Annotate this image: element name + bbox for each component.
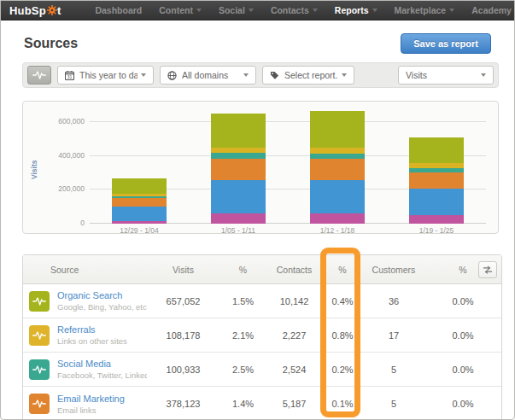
bars-container — [90, 110, 486, 224]
top-navigation-bar: HubSp t Dashboard Content Social Contact… — [1, 1, 514, 20]
chevron-down-icon — [141, 73, 146, 77]
visits-pct-value: 2.5% — [219, 353, 266, 387]
contacts-link[interactable]: 10,142 — [266, 284, 322, 318]
date-range-dropdown[interactable]: 31 This year to date — [57, 66, 154, 85]
metric-value: Visits — [406, 70, 477, 80]
report-select-dropdown[interactable]: Select report... — [262, 66, 354, 85]
chevron-down-icon — [372, 9, 377, 12]
nav-item-marketplace[interactable]: Marketplace — [395, 5, 455, 15]
table-row-organic-search: Organic SearchGoogle, Bing, Yahoo, etc. … — [23, 284, 501, 318]
globe-icon — [167, 71, 177, 80]
x-axis-tick-label: 12/29 - 1/04 — [90, 226, 189, 235]
contacts-pct-value: 0.4% — [322, 284, 363, 318]
y-axis-tick-label: 600,000 — [58, 117, 85, 125]
hubspot-sprocket-icon — [47, 5, 57, 15]
magenta-segment — [211, 213, 266, 224]
sources-table: Source Visits % Contacts % Customers % O… — [22, 254, 502, 420]
save-as-report-button[interactable]: Save as report — [401, 33, 491, 54]
source-link[interactable]: Referrals — [57, 324, 127, 335]
contacts-link[interactable]: 2,524 — [266, 353, 322, 387]
customers-pct-value: 0.0% — [424, 387, 501, 420]
yellow-segment — [310, 148, 365, 155]
visits-value: 100,933 — [147, 353, 219, 387]
blue-segment — [112, 207, 167, 221]
referrals-waveform-icon — [29, 325, 50, 346]
nav-item-content[interactable]: Content — [159, 5, 202, 15]
blue-segment — [310, 180, 365, 213]
contacts-pct-value: 0.1% — [322, 387, 363, 420]
magenta-segment — [310, 213, 365, 224]
email-marketing-waveform-icon — [29, 394, 50, 414]
table-row-email-marketing: Email MarketingEmail links 378,123 1.4% … — [23, 387, 501, 420]
bar-slot — [288, 110, 387, 224]
hubspot-sources-page: { "nav": { "logo_pre": "HubSp", "logo_po… — [0, 0, 515, 420]
y-axis-tick-label: 400,000 — [58, 151, 85, 160]
orange-segment — [310, 159, 365, 181]
customers-link[interactable]: 5 — [363, 353, 424, 387]
page-header: Sources Save as report — [1, 20, 514, 54]
magenta-segment — [112, 221, 167, 224]
chevron-down-icon — [313, 9, 318, 12]
nav-item-reports[interactable]: Reports — [335, 5, 377, 15]
stacked-bar — [211, 114, 266, 224]
visits-pct-value: 1.5% — [219, 284, 266, 318]
table-header-row: Source Visits % Contacts % Customers % — [23, 255, 501, 284]
blue-segment — [211, 180, 266, 213]
customers-link[interactable]: 36 — [363, 284, 424, 318]
sources-chart-panel: Visits 0200,000400,000600,000 12/29 - 1/… — [22, 101, 499, 234]
logo-text-post: t — [57, 4, 61, 17]
customers-pct-value: 0.0% — [424, 318, 501, 353]
chevron-down-icon — [481, 73, 486, 77]
nav-item-social[interactable]: Social — [219, 5, 254, 15]
green-segment — [112, 178, 167, 194]
chevron-down-icon — [243, 73, 249, 77]
teal-segment — [211, 153, 266, 159]
contacts-link[interactable]: 5,187 — [266, 387, 322, 420]
orange-segment — [211, 159, 266, 180]
social-media-waveform-icon — [29, 359, 50, 380]
col-header-source: Source — [23, 255, 147, 284]
chevron-down-icon — [196, 9, 202, 12]
calendar-icon: 31 — [65, 71, 74, 80]
x-axis-tick-label: 1/19 - 1/25 — [387, 226, 486, 235]
customers-pct-value: 0.0% — [424, 353, 501, 387]
nav-item-dashboard[interactable]: Dashboard — [95, 5, 142, 15]
domain-value: All domains — [182, 70, 240, 80]
stacked-bar — [409, 137, 464, 224]
domain-dropdown[interactable]: All domains — [160, 66, 256, 85]
visits-value: 657,052 — [147, 284, 219, 318]
source-link[interactable]: Email Marketing — [57, 394, 125, 404]
svg-text:31: 31 — [67, 74, 73, 79]
source-link[interactable]: Organic Search — [57, 290, 147, 300]
green-segment — [211, 114, 266, 148]
visits-pct-value: 1.4% — [219, 387, 266, 420]
green-segment — [310, 111, 365, 148]
table-row-social-media: Social MediaFacebook, Twitter, LinkedI..… — [23, 353, 501, 387]
y-axis-tick-label: 0 — [80, 219, 85, 227]
chevron-down-icon — [342, 73, 347, 77]
metric-dropdown[interactable]: Visits — [398, 66, 494, 85]
table-row-referrals: ReferralsLinks on other sites 108,178 2.… — [23, 318, 501, 353]
y-axis-tick-label: 200,000 — [58, 184, 85, 193]
customers-link[interactable]: 17 — [363, 318, 424, 353]
report-select-value: Select report... — [284, 70, 338, 80]
transpose-columns-button[interactable] — [478, 261, 497, 278]
orange-segment — [112, 198, 167, 207]
nav-items: Dashboard Content Social Contacts Report… — [86, 5, 515, 15]
chart-view-toggle-button[interactable] — [27, 66, 51, 85]
filter-toolbar: 31 This year to date All domains Select … — [22, 62, 499, 88]
page-title: Sources — [24, 36, 78, 51]
hubspot-logo[interactable]: HubSp t — [9, 4, 61, 17]
chart-plot-area: 0200,000400,000600,000 — [90, 110, 486, 224]
chevron-down-icon — [449, 9, 454, 12]
nav-item-academy[interactable]: Academy — [471, 5, 515, 15]
contacts-link[interactable]: 2,227 — [266, 318, 322, 353]
customers-link[interactable]: 5 — [363, 387, 424, 420]
chevron-down-icon — [249, 9, 254, 12]
col-header-visits-pct: % — [219, 255, 266, 284]
bar-slot — [387, 110, 486, 224]
blue-segment — [409, 189, 464, 215]
magenta-segment — [409, 215, 464, 224]
nav-item-contacts[interactable]: Contacts — [271, 5, 318, 15]
source-link[interactable]: Social Media — [57, 359, 147, 369]
